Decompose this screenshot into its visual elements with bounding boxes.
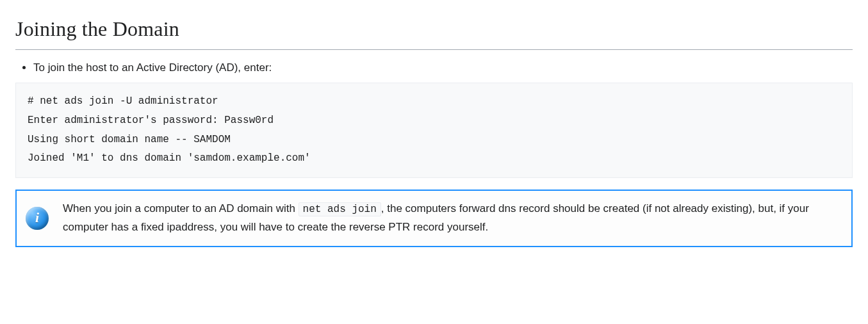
- instruction-item: To join the host to an Active Directory …: [33, 59, 853, 76]
- instruction-list: To join the host to an Active Directory …: [15, 59, 853, 76]
- note-inline-code: net ads join: [299, 202, 381, 216]
- note-text: When you join a computer to an AD domain…: [63, 200, 840, 237]
- code-block: # net ads join -U administrator Enter ad…: [15, 83, 853, 177]
- info-note: i When you join a computer to an AD doma…: [15, 190, 853, 247]
- info-icon: i: [26, 207, 49, 230]
- note-text-before: When you join a computer to an AD domain…: [63, 202, 299, 215]
- section-heading: Joining the Domain: [15, 13, 853, 50]
- info-icon-letter: i: [35, 211, 39, 225]
